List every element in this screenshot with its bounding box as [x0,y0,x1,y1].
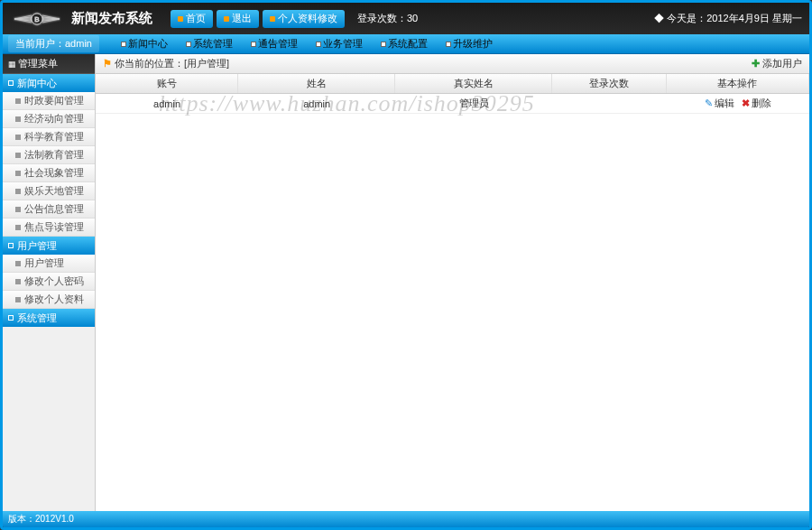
sidebar-group-news[interactable]: 新闻中心 [3,74,95,92]
col-realname: 真实姓名 [395,74,552,93]
tab-business-manage[interactable]: 业务管理 [310,35,368,52]
logout-button[interactable]: 退出 [217,10,259,28]
edit-icon: ✎ [705,98,713,109]
sidebar-group-system[interactable]: 系统管理 [3,309,95,327]
tab-icon [121,42,126,47]
add-user-button[interactable]: ✚添加用户 [752,57,802,70]
current-user: 当前用户：admin [8,35,99,52]
tab-icon [186,42,191,47]
sidebar-item[interactable]: 科学教育管理 [3,128,95,146]
cell-name: admin [238,94,395,113]
version-label: 版本：2012V1.0 [8,513,74,525]
sidebar-item[interactable]: 经济动向管理 [3,110,95,128]
content-pane: ⚑ 你当前的位置： [用户管理] ✚添加用户 账号 姓名 真实姓名 登录次数 基… [96,54,809,511]
tab-icon [446,42,451,47]
sidebar-item-edit-profile[interactable]: 修改个人资料 [3,291,95,309]
delete-icon: ✖ [742,98,750,109]
tab-system-config[interactable]: 系统配置 [375,35,433,52]
sidebar-item[interactable]: 时政要闻管理 [3,92,95,110]
app-title: 新闻发布系统 [71,10,152,27]
col-ops: 基本操作 [667,74,809,93]
power-icon [224,16,229,22]
sidebar-item[interactable]: 公告信息管理 [3,200,95,219]
grid-icon: ▦ [8,60,14,69]
login-count: 登录次数：30 [357,12,418,25]
col-account: 账号 [96,74,238,93]
profile-edit-button[interactable]: 个人资料修改 [263,10,345,28]
tab-icon [251,42,256,47]
footer: 版本：2012V1.0 [3,511,809,527]
group-icon [8,315,14,321]
tab-notice-manage[interactable]: 通告管理 [245,35,303,52]
sidebar-item[interactable]: 娱乐天地管理 [3,182,95,200]
cell-ops: ✎编辑 ✖删除 [667,94,809,113]
breadcrumb: ⚑ 你当前的位置： [用户管理] ✚添加用户 [96,54,809,74]
add-icon: ✚ [752,58,760,70]
profile-icon [270,16,275,22]
sidebar: ▦管理菜单 新闻中心 时政要闻管理 经济动向管理 科学教育管理 法制教育管理 社… [3,54,96,511]
col-name: 姓名 [238,74,395,93]
app-header: B 新闻发布系统 首页 退出 个人资料修改 登录次数：30 ◆ 今天是：2012… [3,3,809,34]
table-header-row: 账号 姓名 真实姓名 登录次数 基本操作 [96,74,809,94]
today-date: ◆ 今天是：2012年4月9日 星期一 [654,12,802,25]
group-icon [8,80,14,86]
sidebar-group-user[interactable]: 用户管理 [3,237,95,255]
tab-icon [381,42,386,47]
tab-system-manage[interactable]: 系统管理 [180,35,238,52]
home-icon [178,16,183,22]
sidebar-item-user-manage[interactable]: 用户管理 [3,255,95,273]
home-button[interactable]: 首页 [171,10,213,28]
company-logo: B [10,5,64,33]
sidebar-item[interactable]: 法制教育管理 [3,146,95,164]
col-logincount: 登录次数 [552,74,667,93]
cell-account: admin [96,94,238,113]
sidebar-item[interactable]: 社会现象管理 [3,164,95,182]
sidebar-header: ▦管理菜单 [3,54,95,74]
edit-button[interactable]: ✎编辑 [705,97,734,110]
sidebar-item-change-password[interactable]: 修改个人密码 [3,273,95,291]
tab-news-center[interactable]: 新闻中心 [115,35,173,52]
sidebar-item[interactable]: 焦点导读管理 [3,219,95,237]
top-tab-bar: 当前用户：admin 新闻中心 系统管理 通告管理 业务管理 系统配置 升级维护 [3,34,809,54]
svg-text:B: B [34,15,39,23]
cell-count [552,94,667,113]
table-row: admin admin 管理员 ✎编辑 ✖删除 [96,94,809,114]
cell-realname: 管理员 [395,94,552,113]
tab-upgrade[interactable]: 升级维护 [440,35,498,52]
group-icon [8,243,14,248]
tab-icon [316,42,321,47]
flag-icon: ⚑ [103,58,112,70]
delete-button[interactable]: ✖删除 [742,97,771,110]
